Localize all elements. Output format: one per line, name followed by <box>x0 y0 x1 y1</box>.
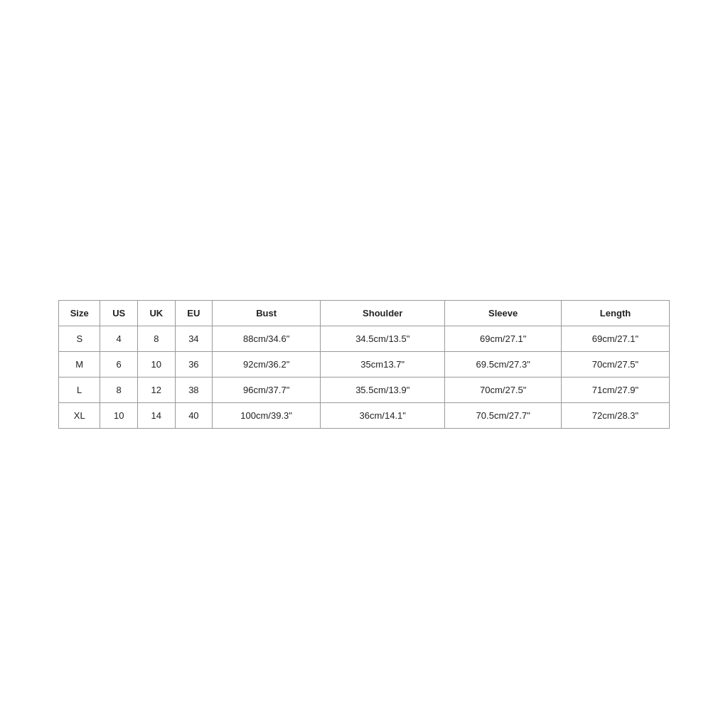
cell-uk-2: 12 <box>138 377 176 402</box>
table-row: L8123896cm/37.7"35.5cm/13.9"70cm/27.5"71… <box>59 377 670 402</box>
header-uk: UK <box>138 300 176 326</box>
cell-bust-1: 92cm/36.2" <box>213 351 321 377</box>
cell-length-3: 72cm/28.3" <box>561 402 669 428</box>
header-eu: EU <box>175 300 213 326</box>
cell-us-3: 10 <box>100 402 138 428</box>
cell-size-2: L <box>59 377 100 402</box>
cell-size-1: M <box>59 351 100 377</box>
size-chart-container: Size US UK EU Bust Shoulder Sleeve Lengt… <box>58 300 670 429</box>
cell-eu-2: 38 <box>175 377 213 402</box>
cell-us-2: 8 <box>100 377 138 402</box>
cell-length-2: 71cm/27.9" <box>561 377 669 402</box>
cell-shoulder-3: 36cm/14.1" <box>321 402 445 428</box>
cell-shoulder-2: 35.5cm/13.9" <box>321 377 445 402</box>
cell-shoulder-0: 34.5cm/13.5" <box>321 326 445 351</box>
cell-eu-1: 36 <box>175 351 213 377</box>
header-size: Size <box>59 300 100 326</box>
cell-eu-0: 34 <box>175 326 213 351</box>
header-length: Length <box>561 300 669 326</box>
cell-size-0: S <box>59 326 100 351</box>
table-row: XL101440100cm/39.3"36cm/14.1"70.5cm/27.7… <box>59 402 670 428</box>
cell-length-0: 69cm/27.1" <box>561 326 669 351</box>
cell-size-3: XL <box>59 402 100 428</box>
table-row: M6103692cm/36.2"35cm13.7"69.5cm/27.3"70c… <box>59 351 670 377</box>
cell-us-0: 4 <box>100 326 138 351</box>
header-shoulder: Shoulder <box>321 300 445 326</box>
cell-eu-3: 40 <box>175 402 213 428</box>
cell-us-1: 6 <box>100 351 138 377</box>
cell-length-1: 70cm/27.5" <box>561 351 669 377</box>
cell-shoulder-1: 35cm13.7" <box>321 351 445 377</box>
header-sleeve: Sleeve <box>445 300 562 326</box>
table-row: S483488cm/34.6"34.5cm/13.5"69cm/27.1"69c… <box>59 326 670 351</box>
header-bust: Bust <box>213 300 321 326</box>
cell-bust-0: 88cm/34.6" <box>213 326 321 351</box>
table-header-row: Size US UK EU Bust Shoulder Sleeve Lengt… <box>59 300 670 326</box>
header-us: US <box>100 300 138 326</box>
cell-sleeve-1: 69.5cm/27.3" <box>445 351 562 377</box>
size-chart-table: Size US UK EU Bust Shoulder Sleeve Lengt… <box>58 300 670 429</box>
cell-uk-3: 14 <box>138 402 176 428</box>
cell-sleeve-3: 70.5cm/27.7" <box>445 402 562 428</box>
cell-sleeve-2: 70cm/27.5" <box>445 377 562 402</box>
cell-bust-2: 96cm/37.7" <box>213 377 321 402</box>
cell-uk-1: 10 <box>138 351 176 377</box>
cell-bust-3: 100cm/39.3" <box>213 402 321 428</box>
cell-sleeve-0: 69cm/27.1" <box>445 326 562 351</box>
cell-uk-0: 8 <box>138 326 176 351</box>
